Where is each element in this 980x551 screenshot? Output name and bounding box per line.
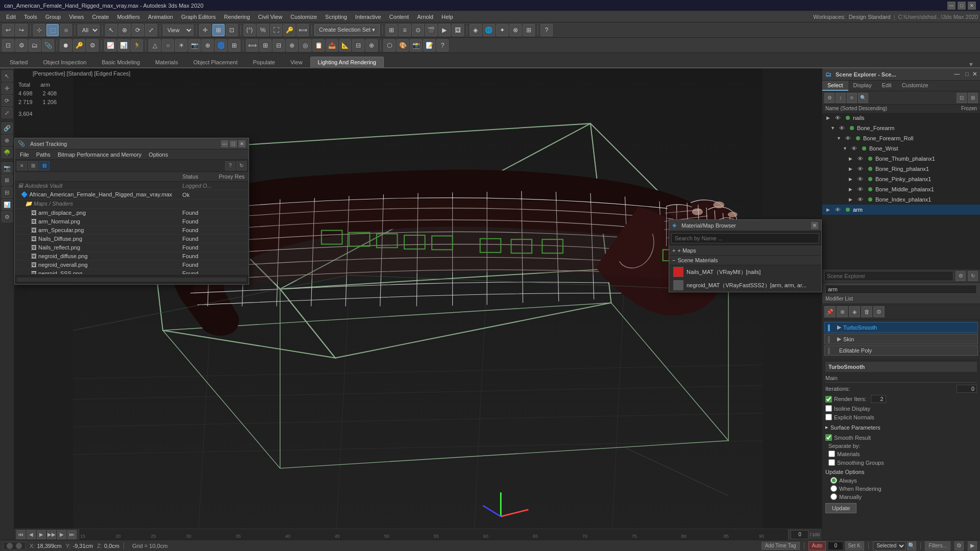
add-time-tag-btn[interactable]: Add Time Tag <box>762 542 800 550</box>
tree-scrollbar[interactable] <box>822 265 980 269</box>
asset-row-vault[interactable]: 🏛 Autodesk Vault Logged O... <box>15 182 249 190</box>
dope-sheet-button[interactable]: 📊 <box>117 39 130 52</box>
help2-button[interactable]: ? <box>436 39 449 52</box>
tab-object-inspection[interactable]: Object Inspection <box>35 57 94 67</box>
eye-icon-nails[interactable]: 👁 <box>834 114 842 122</box>
close-button[interactable]: ✕ <box>968 2 976 10</box>
tab-customize[interactable]: Customize <box>897 81 934 91</box>
create-helpers-button[interactable]: ⊕ <box>202 39 214 52</box>
use-transform-button[interactable]: ⊡ <box>226 24 238 36</box>
spinner-snap-button[interactable]: ⛶ <box>270 24 282 36</box>
set-key-button[interactable]: 🔑 <box>73 39 85 52</box>
scene-materials-section-header[interactable]: − Scene Materials <box>669 256 821 265</box>
curve-editor-button[interactable]: 📈 <box>104 39 116 52</box>
percent-snap-button[interactable]: % <box>257 24 269 36</box>
asset-detail-btn[interactable]: ⊟ <box>39 161 50 170</box>
manually-radio[interactable] <box>830 493 837 500</box>
asset-row-negroid-overall[interactable]: 🖼 negroid_overall.png Found <box>15 261 249 269</box>
eye-icon-arm[interactable]: 👁 <box>834 206 842 214</box>
tab-materials[interactable]: Materials <box>148 57 186 67</box>
surface-params-section[interactable]: ▸ Surface Parameters <box>825 422 977 432</box>
snap-toggle-button[interactable]: ⊡ <box>2 39 14 52</box>
tree-expand-bone-index[interactable]: ▶ <box>849 197 855 202</box>
filter-button[interactable]: ⚙ <box>86 39 99 52</box>
select-button[interactable]: ⊹ <box>33 24 45 36</box>
status-settings-btn[interactable]: ⚙ <box>954 541 964 550</box>
tree-expand-arm[interactable]: ▶ <box>826 207 832 212</box>
iterations-value[interactable] <box>957 385 977 393</box>
material-search-input[interactable] <box>671 233 819 243</box>
tree-item-bone-index[interactable]: ▶ 👁 Bone_Index_phalanx1 <box>822 194 980 205</box>
menu-modifiers[interactable]: Modifiers <box>113 13 144 21</box>
create-spacewarps-button[interactable]: 🌀 <box>215 39 227 52</box>
batch-render-button[interactable]: ⊞ <box>523 24 535 36</box>
asset-row-nails-reflect[interactable]: 🖼 Nails_reflect.png Found <box>15 243 249 252</box>
select-filter-btn[interactable]: ↖ <box>2 70 13 82</box>
timeline-bar[interactable]: ⏮ ◀ ▶ ▶▶ ▶ ⏭ 15 20 25 30 35 40 45 50 55 … <box>14 529 822 540</box>
tree-item-bone-ring[interactable]: ▶ 👁 Bone_Ring_phalanx1 <box>822 164 980 174</box>
snap-options-button[interactable]: ⚙ <box>15 39 28 52</box>
modifier-turbosmooth[interactable]: ▌ ▶ TurboSmooth <box>824 322 978 333</box>
mirror-button[interactable]: ⟺ <box>297 24 309 36</box>
asset-row-negroid-sss[interactable]: 🖼 negroid_SSS.png Found <box>15 269 249 274</box>
tree-expand-bone-thumb[interactable]: ▶ <box>849 156 855 161</box>
sort-icon[interactable]: ↕ <box>836 93 846 103</box>
menu-arnold[interactable]: Arnold <box>413 13 437 21</box>
asset-row-nails-diffuse[interactable]: 🖼 Nails_Diffuse.png Found <box>15 235 249 243</box>
asset-tracking-button[interactable]: 📎 <box>42 39 54 52</box>
scene-settings-btn[interactable]: ⚙ <box>955 271 966 281</box>
smoothing-groups-check[interactable] <box>828 459 835 466</box>
link-btn[interactable]: 🔗 <box>2 122 13 134</box>
tab-view[interactable]: View <box>283 57 310 67</box>
scene-explorer-input[interactable] <box>824 271 953 281</box>
tab-populate[interactable]: Populate <box>246 57 283 67</box>
tab-started[interactable]: Started <box>2 57 35 67</box>
rotate-btn[interactable]: ⟳ <box>2 95 13 106</box>
tree-expand-nails[interactable]: ▶ <box>826 115 832 120</box>
status-arrow-btn[interactable]: ▶ <box>968 541 977 550</box>
select-move-button[interactable]: ⊕ <box>118 24 131 36</box>
always-radio[interactable] <box>830 477 837 484</box>
tree-expand-bone-wrist[interactable]: ▼ <box>843 146 849 151</box>
tab-edit[interactable]: Edit <box>877 81 897 91</box>
menu-interactive[interactable]: Interactive <box>351 13 385 21</box>
asset-row-arm-specular[interactable]: 🖼 arm_Specular.png Found <box>15 226 249 235</box>
asset-menu-options[interactable]: Options <box>145 151 171 158</box>
render-iters-check[interactable] <box>825 396 832 403</box>
object-name-field[interactable]: arm <box>825 285 977 294</box>
maximize-icon[interactable]: □ <box>965 71 969 77</box>
eye-icon-forearm-roll[interactable]: 👁 <box>844 134 852 142</box>
tree-item-bone-forearm-roll[interactable]: ▼ 👁 Bone_Forearm_Roll <box>822 133 980 143</box>
isoline-check[interactable] <box>825 405 832 412</box>
auto-key-button[interactable]: ⏺ <box>60 39 72 52</box>
select-scale-button[interactable]: ⤢ <box>145 24 157 36</box>
menu-content[interactable]: Content <box>385 13 413 21</box>
create-cameras-button[interactable]: 📷 <box>188 39 201 52</box>
asset-refresh-btn[interactable]: ↻ <box>236 161 247 170</box>
menu-views[interactable]: Views <box>65 13 88 21</box>
maxscript-button[interactable]: 📝 <box>423 39 435 52</box>
select-rotate-button[interactable]: ⟳ <box>132 24 144 36</box>
clone-button[interactable]: ⊕ <box>365 39 378 52</box>
scene-tree[interactable]: ▶ 👁 nails ▼ 👁 Bone_Forearm ▼ � <box>822 113 980 265</box>
motion-panel-button[interactable]: 🏃 <box>131 39 143 52</box>
asset-help-btn[interactable]: ? <box>225 161 235 170</box>
eye-icon-bone-middle[interactable]: 👁 <box>856 185 864 193</box>
material-editor-button[interactable]: ◈ <box>470 24 482 36</box>
asset-list-btn[interactable]: ≡ <box>17 161 27 170</box>
create-geometry-button[interactable]: △ <box>149 39 161 52</box>
render-to-texture-button[interactable]: ⊗ <box>509 24 522 36</box>
render-setup-button[interactable]: 🎬 <box>425 24 437 36</box>
render-environment-button[interactable]: 🌐 <box>483 24 495 36</box>
mirror-obj-button[interactable]: ⟺ <box>246 39 258 52</box>
redo-button[interactable]: ↪ <box>15 24 28 36</box>
tab-select[interactable]: Select <box>822 81 848 91</box>
current-frame-status[interactable] <box>828 542 843 550</box>
menu-rendering[interactable]: Rendering <box>220 13 254 21</box>
next-frame-btn[interactable]: ▶ <box>57 530 66 539</box>
filter-icon[interactable]: ⚙ <box>824 93 835 103</box>
asset-tracking-header[interactable]: 📎 Asset Tracking — □ ✕ <box>15 138 249 149</box>
scale-btn[interactable]: ⤢ <box>2 107 13 118</box>
show-end-result-btn[interactable]: ⊕ <box>837 306 848 317</box>
scene-explorer-close[interactable]: — □ ✕ <box>954 71 977 78</box>
